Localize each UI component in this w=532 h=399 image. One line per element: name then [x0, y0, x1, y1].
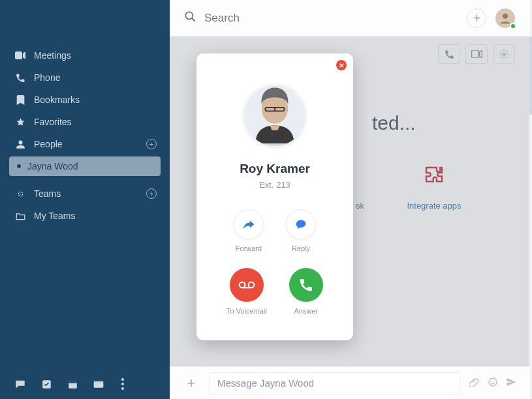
scrollbar-thumb[interactable] — [529, 37, 532, 115]
answer-label: Answer — [294, 307, 319, 315]
nav-label: Favorites — [34, 117, 72, 127]
nav-label: Phone — [34, 72, 60, 83]
topbar-add-button[interactable] — [467, 8, 486, 28]
bookmark-icon — [14, 94, 26, 106]
integrate-apps-card[interactable]: sk Integrate apps — [401, 158, 467, 211]
nav-item-bookmarks[interactable]: Bookmarks — [0, 89, 170, 111]
nav-item-meetings[interactable]: Meetings — [0, 44, 170, 66]
svg-line-8 — [192, 18, 195, 22]
reply-button[interactable]: Reply — [286, 209, 316, 252]
hero-heading-fragment: ted... — [372, 112, 416, 134]
send-icon[interactable] — [506, 377, 516, 390]
svg-point-1 — [18, 192, 22, 196]
nav-label: People — [34, 139, 63, 149]
call-actions-top: Forward Reply — [234, 209, 316, 252]
svg-point-13 — [491, 380, 492, 381]
sidebar-bottom-bar — [0, 369, 170, 399]
gear-ring-icon — [14, 188, 26, 200]
add-person-button[interactable]: + — [146, 139, 157, 149]
svg-rect-5 — [94, 381, 104, 387]
sidebar-item-jayna-wood[interactable]: Jayna Wood — [9, 156, 161, 176]
nav-label: My Teams — [34, 211, 76, 221]
search-icon — [184, 10, 196, 25]
calendar-icon[interactable] — [67, 378, 78, 390]
svg-point-7 — [185, 12, 193, 19]
more-icon[interactable] — [121, 378, 124, 390]
phone-icon — [14, 72, 26, 83]
add-team-button[interactable]: + — [146, 188, 157, 199]
close-button[interactable]: ✕ — [336, 60, 347, 70]
nav-item-favorites[interactable]: Favorites — [0, 111, 170, 133]
scrollbar[interactable] — [529, 0, 532, 399]
sidebar-top-spacer — [0, 0, 170, 33]
caller-extension: Ext. 213 — [259, 180, 290, 190]
person-icon — [14, 138, 26, 150]
answer-button[interactable]: Answer — [289, 268, 323, 315]
nav-item-my-teams[interactable]: My Teams — [0, 205, 170, 227]
svg-point-11 — [503, 53, 505, 55]
svg-point-12 — [489, 378, 497, 386]
sidebar: Meetings Phone Bookmarks Favorites Peopl — [0, 0, 170, 399]
video-call-button[interactable] — [465, 44, 488, 64]
topbar — [170, 0, 529, 37]
puzzle-icon — [416, 158, 452, 193]
call-actions-bottom: To Voicemail Answer — [227, 268, 323, 315]
voicemail-icon — [230, 268, 264, 302]
svg-point-20 — [249, 282, 255, 288]
svg-rect-4 — [69, 381, 77, 383]
attach-icon[interactable] — [469, 377, 480, 390]
chat-icon[interactable] — [14, 378, 26, 390]
svg-point-19 — [240, 282, 245, 288]
svg-point-9 — [503, 13, 508, 18]
video-icon — [14, 50, 26, 61]
search-wrap — [184, 10, 458, 25]
svg-rect-10 — [471, 50, 478, 58]
svg-point-14 — [493, 380, 495, 381]
composer-add-button[interactable]: + — [183, 375, 200, 392]
svg-rect-6 — [94, 381, 104, 382]
adjacent-label-fragment: sk — [356, 201, 364, 211]
emoji-icon[interactable] — [488, 377, 498, 390]
nav-label: Bookmarks — [34, 95, 80, 105]
nav-item-phone[interactable]: Phone — [0, 66, 170, 89]
reply-icon — [286, 209, 316, 239]
presence-indicator — [510, 23, 516, 29]
settings-button[interactable] — [493, 44, 515, 64]
call-button[interactable] — [438, 44, 460, 64]
folder-icon — [14, 210, 26, 222]
message-composer: + Message Jayna Wood — [170, 366, 529, 399]
caller-avatar — [242, 83, 307, 149]
forward-label: Forward — [236, 244, 262, 252]
caller-name: Roy Kramer — [240, 162, 310, 176]
files-icon[interactable] — [93, 378, 104, 390]
search-input[interactable] — [204, 12, 458, 25]
sidebar-nav: Meetings Phone Bookmarks Favorites Peopl — [0, 33, 170, 227]
message-placeholder: Message Jayna Wood — [217, 377, 314, 389]
message-input[interactable]: Message Jayna Wood — [209, 372, 460, 394]
composer-tools — [469, 377, 516, 390]
forward-icon — [234, 209, 264, 239]
selected-person-label: Jayna Wood — [27, 161, 78, 171]
answer-icon — [289, 268, 323, 302]
voicemail-label: To Voicemail — [227, 307, 267, 315]
nav-label: Teams — [34, 188, 61, 199]
star-icon — [14, 116, 26, 128]
nav-label: Meetings — [34, 50, 71, 61]
integrate-apps-label: Integrate apps — [401, 201, 467, 211]
presence-dot-icon — [17, 164, 21, 168]
user-avatar[interactable] — [495, 8, 515, 28]
svg-rect-0 — [15, 52, 22, 59]
nav-item-teams[interactable]: Teams + — [0, 183, 170, 205]
reply-label: Reply — [292, 244, 310, 252]
nav-item-people[interactable]: People + — [0, 133, 170, 155]
voicemail-button[interactable]: To Voicemail — [227, 268, 267, 315]
forward-button[interactable]: Forward — [234, 209, 264, 252]
tasks-icon[interactable] — [40, 378, 52, 390]
incoming-call-modal: ✕ Roy Kramer Ext. 213 Forward Reply — [196, 53, 353, 340]
